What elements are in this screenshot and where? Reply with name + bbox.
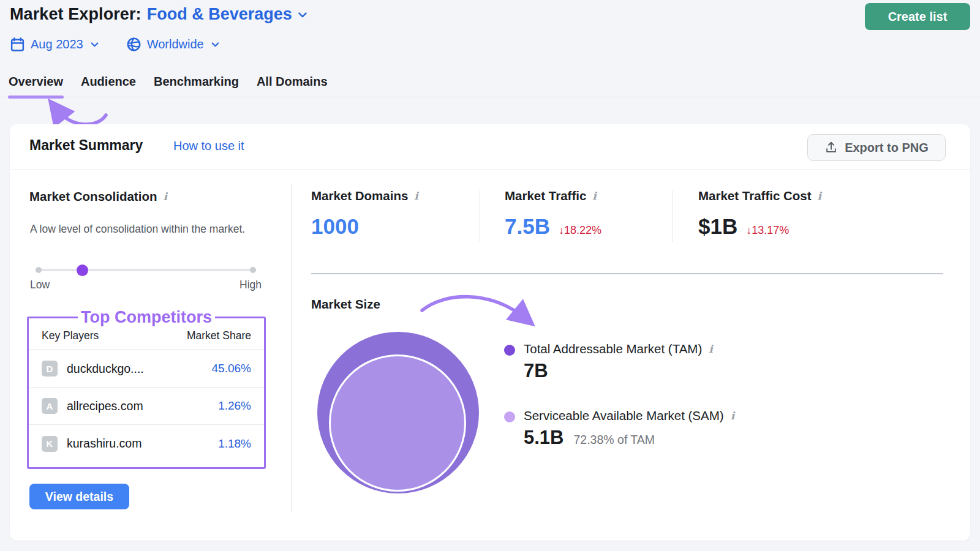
metric-market-domains: Market Domains i 1000 [311,189,418,239]
slider-label-low: Low [30,279,50,291]
upload-icon [824,141,838,154]
tab-overview[interactable]: Overview [9,72,63,97]
info-icon[interactable]: i [709,344,712,354]
consolidation-description: A low level of consolidation within the … [30,221,254,237]
market-traffic-cost-change: ↓13.17% [746,224,789,237]
section-divider [311,273,943,274]
metric-market-traffic: Market Traffic i 7.5B ↓18.22% [505,189,601,239]
favicon-placeholder: K [42,436,58,452]
favicon-placeholder: A [42,398,58,414]
domain-name: kurashiru.com [67,437,141,451]
export-to-png-label: Export to PNG [845,141,929,155]
market-selector-value: Food & Beverages [147,5,292,24]
market-traffic-change: ↓18.22% [559,224,601,237]
domain-name: allrecipes.com [67,399,143,413]
slider-end-high [250,267,256,273]
tab-bar: Overview Audience Benchmarking All Domai… [0,72,980,97]
market-consolidation-title: Market Consolidation i [29,189,167,204]
market-selector[interactable]: Food & Beverages [147,5,309,24]
market-share-value: 1.26% [218,399,251,413]
tab-audience[interactable]: Audience [81,72,136,97]
top-competitors-box: Top Competitors Key Players Market Share… [27,317,266,469]
tam-value: 7B [524,360,548,382]
top-competitors-annotation: Top Competitors [78,308,215,327]
chevron-down-icon [89,39,100,50]
slider-track [36,269,256,271]
column-divider [292,184,292,512]
favicon-placeholder: D [42,361,58,377]
view-details-button[interactable]: View details [29,484,129,509]
date-selector[interactable]: Aug 2023 [10,37,100,52]
how-to-use-link[interactable]: How to use it [173,139,244,153]
market-domains-value: 1000 [311,214,359,239]
tam-legend-label: Total Addressable Market (TAM) i [524,342,713,356]
page-header: Market Explorer: Food & Beverages [10,5,309,24]
market-consolidation-title-text: Market Consolidation [29,189,157,204]
metric-divider [480,190,480,242]
tab-benchmarking[interactable]: Benchmarking [154,72,239,97]
slider-labels: Low High [30,279,262,291]
filters-row: Aug 2023 Worldwide [10,37,221,52]
market-size-title: Market Size [311,297,380,312]
market-traffic-cost-title: Market Traffic Cost i [698,189,821,203]
col-key-players: Key Players [42,329,99,342]
region-selector[interactable]: Worldwide [126,37,221,52]
info-icon[interactable]: i [731,411,734,421]
market-traffic-cost-value: $1B [698,214,737,239]
sam-legend-label-text: Serviceable Available Market (SAM) [524,408,724,423]
table-row[interactable]: K kurashiru.com 1.18% [29,425,264,462]
chevron-down-icon [296,8,309,21]
market-share-value: 1.18% [218,437,251,451]
market-domains-title-text: Market Domains [311,189,408,203]
card-header: Market Summary How to use it Export to P… [10,124,970,170]
info-icon[interactable]: i [414,191,418,201]
export-to-png-button[interactable]: Export to PNG [807,134,946,161]
slider-end-low [36,267,42,273]
market-traffic-title-text: Market Traffic [505,189,586,203]
market-share-value: 45.06% [212,362,251,375]
market-explorer-page: Market Explorer: Food & Beverages Create… [0,0,980,551]
domain-name: duckduckgo.... [67,362,144,376]
date-selector-value: Aug 2023 [31,37,83,51]
tam-legend-label-text: Total Addressable Market (TAM) [524,342,702,356]
table-row[interactable]: D duckduckgo.... 45.06% [29,350,264,388]
info-icon[interactable]: i [163,192,167,202]
chevron-down-icon [209,39,221,50]
table-row[interactable]: A allrecipes.com 1.26% [29,388,264,425]
annotation-arrow-market-size [411,285,543,334]
market-traffic-title: Market Traffic i [505,189,597,203]
globe-icon [126,37,141,52]
metric-market-traffic-cost: Market Traffic Cost i $1B ↓13.17% [698,189,821,239]
tab-all-domains[interactable]: All Domains [257,72,328,97]
tam-legend-dot [504,345,515,356]
col-market-share: Market Share [187,329,251,342]
sam-pct-of-tam: 72.38% of TAM [573,433,655,447]
create-list-button[interactable]: Create list [865,3,970,30]
metric-divider [673,190,673,242]
sam-legend-label: Serviceable Available Market (SAM) i [524,408,734,423]
page-title: Market Explorer: [10,5,141,24]
market-summary-card: Market Summary How to use it Export to P… [10,124,970,541]
info-icon[interactable]: i [592,191,596,201]
slider-thumb[interactable] [77,264,88,276]
market-traffic-value: 7.5B [505,214,550,239]
market-traffic-cost-title-text: Market Traffic Cost [698,189,812,203]
key-players-table: Key Players Market Share D duckduckgo...… [29,326,264,462]
consolidation-slider [36,264,256,276]
sam-circle[interactable] [329,354,466,492]
sam-value-number: 5.1B [524,427,564,449]
calendar-icon [10,37,25,52]
sam-value: 5.1B 72.38% of TAM [524,427,655,449]
card-title: Market Summary [29,137,143,154]
market-domains-title: Market Domains i [311,189,418,203]
region-selector-value: Worldwide [147,37,204,51]
slider-label-high: High [239,279,262,291]
table-header: Key Players Market Share [29,326,264,350]
sam-legend-dot [504,411,515,422]
info-icon[interactable]: i [818,191,821,201]
